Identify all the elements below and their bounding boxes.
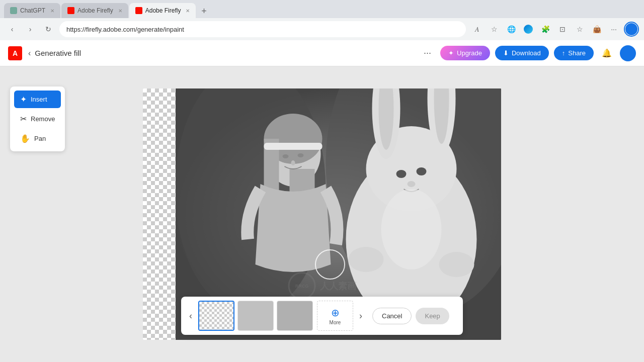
pan-tool[interactable]: ✋ Pan	[14, 130, 61, 147]
share-icon: ↑	[562, 49, 566, 57]
remove-icon: ✂	[20, 114, 27, 124]
profile-avatar[interactable]	[624, 22, 639, 37]
tab-firefly1-label: Adobe Firefly	[77, 7, 113, 14]
firefly1-favicon-icon	[67, 7, 74, 14]
tab-firefly2-label: Adobe Firefly	[145, 7, 181, 14]
tool-group: ✦ Insert ✂ Remove ✋ Pan	[10, 86, 65, 151]
new-tab-button[interactable]: +	[197, 4, 211, 18]
filmstrip-prev-button[interactable]: ‹	[187, 311, 194, 321]
svg-point-23	[381, 189, 442, 269]
adobe-logo: A	[8, 46, 22, 60]
split-view-icon[interactable]: ⊡	[555, 22, 570, 36]
svg-point-22	[439, 252, 474, 277]
bookmark-icon[interactable]: ☆	[487, 22, 501, 36]
back-button[interactable]: ‹	[5, 22, 19, 36]
filmstrip-thumb-3[interactable]	[277, 301, 313, 331]
tab-firefly1[interactable]: Adobe Firefly ✕	[61, 3, 128, 18]
share-label: Share	[568, 49, 586, 57]
svg-point-11	[291, 160, 295, 165]
share-button[interactable]: ↑ Share	[554, 46, 594, 60]
firefly2-favicon-icon	[135, 7, 142, 14]
main-content: ✦ Insert ✂ Remove ✋ Pan	[0, 66, 644, 362]
tab-chatgpt[interactable]: ChatGPT ✕	[4, 3, 60, 18]
globe-icon[interactable]: 🌐	[504, 22, 518, 36]
filmstrip-thumbs	[198, 301, 313, 331]
reader-mode-icon[interactable]: 𝐴	[470, 22, 484, 36]
thumb-checker-bg	[199, 302, 233, 330]
more-tools-icon[interactable]: ···	[607, 22, 621, 36]
filmstrip-more-plus-icon: ⊕	[331, 307, 340, 319]
svg-point-10	[298, 153, 304, 157]
cancel-button[interactable]: Cancel	[372, 308, 412, 324]
extensions-icon[interactable]: 🧩	[538, 22, 552, 36]
filmstrip: ‹	[181, 297, 463, 335]
svg-point-20	[408, 181, 416, 187]
address-bar[interactable]: https://firefly.adobe.com/generate/inpai…	[59, 21, 466, 37]
notification-button[interactable]: 🔔	[599, 45, 615, 61]
favorites-icon[interactable]: ☆	[573, 22, 587, 36]
filmstrip-more-label: More	[330, 320, 341, 325]
svg-point-19	[417, 167, 427, 175]
upgrade-icon: ✦	[448, 49, 454, 57]
download-label: Download	[512, 49, 541, 57]
back-nav-icon[interactable]: ‹	[28, 49, 31, 58]
wallet-icon[interactable]: 👜	[590, 22, 604, 36]
pan-icon: ✋	[20, 134, 30, 143]
download-icon: ⬇	[503, 49, 509, 57]
left-toolbar: ✦ Insert ✂ Remove ✋ Pan	[10, 86, 65, 151]
insert-label: Insert	[31, 96, 47, 103]
upgrade-label: Upgrade	[457, 49, 482, 57]
page-title: Generative fill	[35, 49, 420, 57]
canvas-area: RRCG 人人素画 ‹	[0, 66, 644, 362]
address-text: https://firefly.adobe.com/generate/inpai…	[66, 26, 184, 33]
remove-label: Remove	[31, 115, 55, 123]
forward-button[interactable]: ›	[23, 22, 37, 36]
thumb-gray2-bg	[277, 301, 312, 330]
filmstrip-next-button[interactable]: ›	[357, 311, 364, 321]
insert-icon: ✦	[20, 95, 27, 104]
user-avatar[interactable]	[620, 45, 636, 61]
keep-button[interactable]: Keep	[416, 308, 449, 324]
tab-bar: ChatGPT ✕ Adobe Firefly ✕ Adobe Firefly …	[0, 0, 644, 18]
nav-icons: 𝐴 ☆ 🌐 🧩 ⊡ ☆ 👜 ···	[470, 22, 639, 37]
svg-point-21	[349, 247, 384, 272]
tab-firefly2[interactable]: Adobe Firefly ✕	[129, 3, 196, 18]
thumb-gray-bg	[238, 301, 273, 330]
tab-firefly2-close-icon[interactable]: ✕	[186, 8, 190, 14]
pan-label: Pan	[34, 135, 46, 142]
tab-firefly1-close-icon[interactable]: ✕	[118, 8, 122, 14]
app-header: A ‹ Generative fill ··· ✦ Upgrade ⬇ Down…	[0, 40, 644, 66]
tab-chatgpt-label: ChatGPT	[20, 7, 45, 14]
tab-chatgpt-close-icon[interactable]: ✕	[50, 8, 54, 14]
chatgpt-favicon-icon	[10, 7, 17, 14]
download-button[interactable]: ⬇ Download	[495, 46, 549, 60]
canvas-wrapper: RRCG 人人素画 ‹	[143, 88, 501, 340]
transparent-area	[143, 88, 176, 340]
header-actions: ··· ✦ Upgrade ⬇ Download ↑ Share 🔔	[420, 45, 636, 61]
upgrade-button[interactable]: ✦ Upgrade	[440, 46, 490, 60]
edge-icon[interactable]	[521, 22, 535, 36]
svg-rect-8	[264, 143, 323, 150]
filmstrip-more-button[interactable]: ⊕ More	[317, 301, 353, 331]
insert-tool[interactable]: ✦ Insert	[14, 90, 61, 108]
browser-chrome: ChatGPT ✕ Adobe Firefly ✕ Adobe Firefly …	[0, 0, 644, 40]
svg-point-9	[283, 154, 289, 158]
nav-bar: ‹ › ↻ https://firefly.adobe.com/generate…	[0, 18, 644, 40]
filmstrip-thumb-2[interactable]	[237, 301, 274, 331]
filmstrip-thumb-1[interactable]	[198, 301, 234, 331]
refresh-button[interactable]: ↻	[41, 22, 55, 36]
svg-point-18	[396, 170, 407, 178]
more-options-button[interactable]: ···	[420, 46, 435, 60]
filmstrip-actions: Cancel Keep	[372, 308, 449, 324]
remove-tool[interactable]: ✂ Remove	[14, 110, 61, 128]
